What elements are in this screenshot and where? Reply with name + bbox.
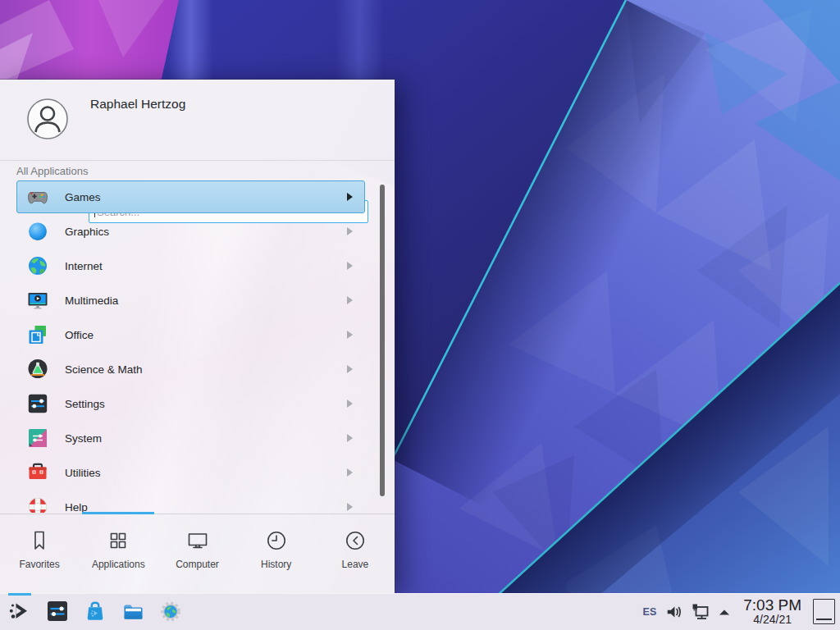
globe-icon bbox=[26, 254, 49, 277]
submenu-arrow-icon bbox=[347, 399, 353, 408]
file-manager-button[interactable] bbox=[121, 599, 145, 623]
media-player-icon bbox=[26, 289, 49, 312]
category-label: Science & Math bbox=[65, 363, 143, 376]
gamepad-icon bbox=[26, 185, 49, 208]
leave-icon bbox=[343, 528, 368, 553]
category-label: Internet bbox=[65, 260, 103, 272]
tab-leave[interactable]: Leave bbox=[316, 514, 395, 593]
app-grid-icon bbox=[106, 528, 130, 553]
tab-label: Leave bbox=[342, 559, 369, 570]
category-system[interactable]: System bbox=[16, 422, 365, 454]
system-settings-button[interactable] bbox=[45, 599, 70, 623]
category-utilities[interactable]: Utilities bbox=[16, 456, 365, 489]
submenu-arrow-icon bbox=[347, 503, 353, 511]
submenu-arrow-icon bbox=[347, 365, 353, 373]
document-icon bbox=[26, 323, 49, 346]
toolbox-icon bbox=[26, 461, 49, 484]
folder-icon bbox=[121, 599, 145, 623]
category-label: Multimedia bbox=[65, 294, 118, 307]
clock-time: 7:03 PM bbox=[743, 597, 801, 614]
category-internet[interactable]: Internet bbox=[16, 249, 365, 282]
discover-button[interactable] bbox=[83, 599, 107, 623]
launcher-tab-bar: Favorites Applications Computer bbox=[0, 514, 395, 593]
category-games[interactable]: Games bbox=[16, 180, 365, 213]
history-clock-icon bbox=[264, 528, 289, 553]
category-science-math[interactable]: Science & Math bbox=[16, 353, 365, 386]
list-scrollbar[interactable] bbox=[380, 185, 385, 496]
tab-label: Applications bbox=[92, 559, 145, 570]
globe-gear-icon bbox=[158, 599, 183, 623]
expand-tray-caret-icon[interactable] bbox=[718, 608, 731, 616]
flask-icon bbox=[26, 358, 49, 381]
tab-favorites[interactable]: Favorites bbox=[0, 514, 79, 593]
digital-clock[interactable]: 7:03 PM 4/24/21 bbox=[743, 597, 801, 626]
tab-computer[interactable]: Computer bbox=[158, 514, 236, 593]
user-name: Raphael Hertzog bbox=[90, 97, 185, 112]
category-help[interactable]: Help bbox=[16, 491, 365, 513]
submenu-arrow-icon bbox=[347, 227, 353, 235]
pinned-apps bbox=[7, 599, 183, 623]
category-label: Graphics bbox=[65, 226, 109, 238]
tab-applications[interactable]: Applications bbox=[79, 514, 158, 593]
monitor-icon bbox=[185, 528, 210, 553]
category-label: Settings bbox=[65, 398, 105, 410]
system-sliders-icon bbox=[26, 427, 49, 450]
software-bag-icon bbox=[83, 599, 107, 623]
taskbar-panel: ES 7:03 PM 4/24/21 bbox=[0, 593, 840, 630]
category-graphics[interactable]: Graphics bbox=[16, 215, 365, 248]
tab-label: Computer bbox=[176, 559, 219, 570]
category-label: Office bbox=[65, 329, 94, 341]
sphere-icon bbox=[26, 220, 49, 243]
category-label: Help bbox=[65, 501, 88, 514]
launcher-header: Raphael Hertzog bbox=[0, 80, 395, 160]
show-desktop-button[interactable] bbox=[813, 599, 835, 624]
kde-launcher-icon bbox=[7, 599, 32, 623]
application-launcher-button[interactable] bbox=[7, 599, 32, 623]
bookmark-icon bbox=[27, 528, 52, 553]
system-tray: ES 7:03 PM 4/24/21 bbox=[643, 593, 835, 630]
submenu-arrow-icon bbox=[347, 468, 353, 477]
category-multimedia[interactable]: Multimedia bbox=[16, 284, 365, 317]
clock-date: 4/24/21 bbox=[753, 614, 792, 626]
user-avatar[interactable] bbox=[27, 98, 68, 139]
category-label: System bbox=[65, 432, 102, 445]
category-list: Games Graphics bbox=[0, 180, 395, 513]
category-label: Utilities bbox=[65, 467, 101, 479]
network-icon[interactable] bbox=[691, 602, 710, 622]
lifebuoy-icon bbox=[26, 495, 49, 513]
category-office[interactable]: Office bbox=[16, 318, 365, 351]
application-launcher-menu: Raphael Hertzog All Applications Games bbox=[0, 80, 395, 593]
tab-history[interactable]: History bbox=[237, 514, 316, 593]
submenu-arrow-icon bbox=[347, 193, 353, 201]
submenu-arrow-icon bbox=[347, 434, 353, 442]
tab-label: Favorites bbox=[19, 559, 59, 570]
volume-icon[interactable] bbox=[665, 603, 683, 621]
category-label: Games bbox=[65, 191, 101, 203]
section-label: All Applications bbox=[16, 165, 88, 177]
sliders-icon bbox=[26, 392, 49, 415]
submenu-arrow-icon bbox=[347, 262, 353, 270]
tab-label: History bbox=[261, 559, 291, 570]
header-divider bbox=[0, 160, 395, 161]
category-settings[interactable]: Settings bbox=[16, 387, 365, 420]
keyboard-layout-indicator[interactable]: ES bbox=[643, 606, 657, 618]
settings-sliders-icon bbox=[45, 599, 70, 623]
web-browser-button[interactable] bbox=[158, 599, 183, 623]
submenu-arrow-icon bbox=[347, 296, 353, 304]
submenu-arrow-icon bbox=[347, 331, 353, 339]
